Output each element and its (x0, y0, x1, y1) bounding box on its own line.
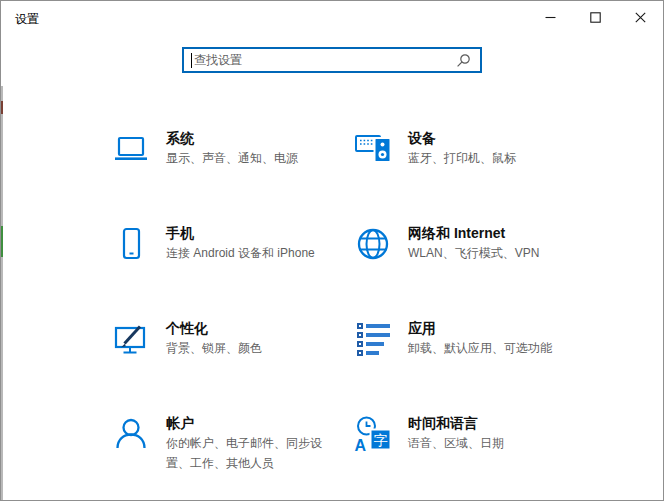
tile-title: 应用 (408, 319, 578, 337)
accounts-icon (111, 414, 151, 454)
search-icon (456, 53, 471, 68)
tile-system[interactable]: 系统 显示、声音、通知、电源 (111, 129, 353, 224)
tile-subtitle: 语音、区域、日期 (408, 433, 578, 453)
category-grid: 系统 显示、声音、通知、电源 设备 蓝牙、打印机、鼠标 (111, 129, 663, 501)
apps-icon (353, 319, 393, 359)
tile-title: 时间和语言 (408, 414, 578, 432)
desktop-edge-artifact-green (1, 226, 3, 257)
close-icon (635, 12, 646, 23)
tile-subtitle: 背景、锁屏、颜色 (166, 338, 336, 358)
tile-title: 网络和 Internet (408, 224, 578, 242)
letter-a-glyph: A (355, 437, 367, 454)
text-caret (191, 53, 192, 68)
search-input[interactable]: 查找设置 (182, 47, 482, 73)
tile-subtitle: WLAN、飞行模式、VPN (408, 243, 578, 263)
tile-subtitle: 卸载、默认应用、可选功能 (408, 338, 578, 358)
desktop-edge-artifact (1, 86, 3, 500)
minimize-icon (545, 12, 556, 23)
network-icon (353, 224, 393, 264)
tile-title: 帐户 (166, 414, 336, 432)
close-button[interactable] (618, 1, 663, 33)
tile-personalization[interactable]: 个性化 背景、锁屏、颜色 (111, 319, 353, 414)
tile-phone[interactable]: 手机 连接 Android 设备和 iPhone (111, 224, 353, 319)
caption-buttons (528, 1, 663, 33)
letter-zi-glyph: 字 (374, 432, 388, 448)
minimize-button[interactable] (528, 1, 573, 33)
tile-devices[interactable]: 设备 蓝牙、打印机、鼠标 (353, 129, 595, 224)
tile-title: 系统 (166, 129, 336, 147)
tile-accounts[interactable]: 帐户 你的帐户、电子邮件、同步设置、工作、其他人员 (111, 414, 353, 501)
tile-time-language[interactable]: A 字 时间和语言 语音、区域、日期 (353, 414, 595, 501)
search-placeholder: 查找设置 (194, 52, 456, 69)
tile-apps[interactable]: 应用 卸载、默认应用、可选功能 (353, 319, 595, 414)
tile-network[interactable]: 网络和 Internet WLAN、飞行模式、VPN (353, 224, 595, 319)
tile-subtitle: 连接 Android 设备和 iPhone (166, 243, 336, 263)
titlebar: 设置 (1, 1, 663, 33)
desktop-edge-artifact-red (1, 101, 3, 114)
system-icon (111, 129, 151, 169)
devices-icon (353, 129, 393, 169)
settings-window: 设置 查找设置 (0, 0, 664, 501)
maximize-icon (590, 12, 601, 23)
phone-icon (111, 224, 151, 264)
tile-title: 个性化 (166, 319, 336, 337)
tile-title: 手机 (166, 224, 336, 242)
window-title: 设置 (1, 1, 39, 33)
time-language-icon: A 字 (353, 414, 393, 454)
tile-subtitle: 显示、声音、通知、电源 (166, 148, 336, 168)
tile-subtitle: 蓝牙、打印机、鼠标 (408, 148, 578, 168)
tile-subtitle: 你的帐户、电子邮件、同步设置、工作、其他人员 (166, 433, 336, 473)
search-row: 查找设置 (1, 47, 663, 73)
personalization-icon (111, 319, 151, 359)
maximize-button[interactable] (573, 1, 618, 33)
tile-title: 设备 (408, 129, 578, 147)
